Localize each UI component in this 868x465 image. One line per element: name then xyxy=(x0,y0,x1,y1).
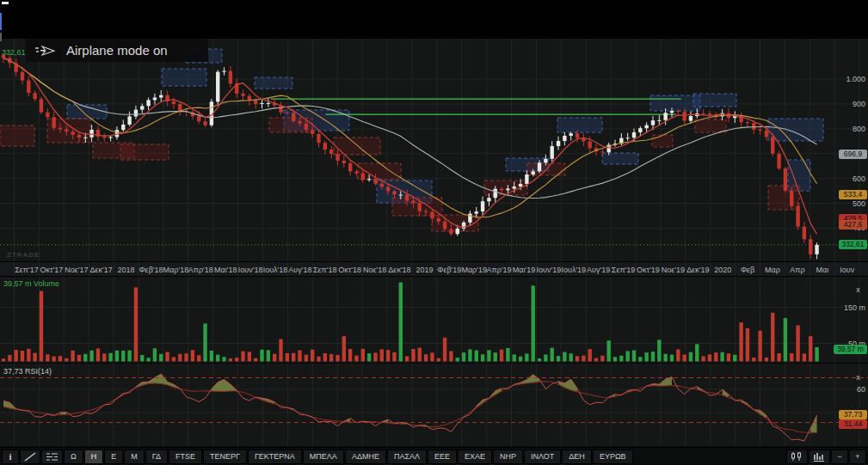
svg-text:Μαι: Μαι xyxy=(816,266,828,274)
svg-text:Νοε'18: Νοε'18 xyxy=(363,266,386,274)
svg-text:Δεκ'19: Δεκ'19 xyxy=(686,266,709,274)
zoom-in-button[interactable]: + xyxy=(849,450,866,464)
svg-text:2018: 2018 xyxy=(118,266,135,274)
zoom-out-button[interactable]: − xyxy=(831,450,848,464)
svg-text:2020: 2020 xyxy=(714,266,731,274)
svg-text:60: 60 xyxy=(857,385,865,394)
svg-text:Αυγ'18: Αυγ'18 xyxy=(288,266,311,274)
svg-text:Ιουν'18: Ιουν'18 xyxy=(238,266,263,274)
indicators-tool[interactable] xyxy=(41,450,63,464)
symbol-ΕΥΡΩΒ[interactable]: ΕΥΡΩΒ xyxy=(593,450,633,464)
symbol-ΕΧΑΕ[interactable]: ΕΧΑΕ xyxy=(458,450,492,464)
svg-text:150 m: 150 m xyxy=(844,303,865,312)
rsi-badge-band: 31,44 xyxy=(839,419,867,429)
price-badge-last: 332,61 xyxy=(839,240,867,249)
candlestick-chart-button[interactable] xyxy=(786,450,808,464)
symbol-ΕΕΕ[interactable]: ΕΕΕ xyxy=(428,450,457,464)
svg-text:1.000: 1.000 xyxy=(846,75,865,83)
timeframe-Ω[interactable]: Ω xyxy=(64,450,83,464)
svg-text:Μαρ'19: Μαρ'19 xyxy=(461,266,487,274)
symbol-ΓΕΚΤΕΡΝΑ[interactable]: ΓΕΚΤΕΡΝΑ xyxy=(248,450,302,464)
svg-text:Ιουλ'18: Ιουλ'18 xyxy=(263,266,288,274)
svg-text:Σεπ'19: Σεπ'19 xyxy=(612,266,636,274)
svg-text:Οκτ'17: Οκτ'17 xyxy=(40,266,64,274)
symbol-ΝΗΡ[interactable]: ΝΗΡ xyxy=(493,450,523,464)
svg-text:Απρ'19: Απρ'19 xyxy=(487,266,512,274)
svg-text:Φεβ: Φεβ xyxy=(741,266,754,274)
rsi-close-button[interactable]: x xyxy=(853,372,864,382)
notification-text: Airplane mode on xyxy=(66,43,168,58)
svg-text:900: 900 xyxy=(853,100,865,108)
svg-text:Δεκ'18: Δεκ'18 xyxy=(388,266,410,274)
timeframe-Η[interactable]: Η xyxy=(84,450,104,464)
symbol-FTSE[interactable]: FTSE xyxy=(169,450,202,464)
price-badge-slow-ma: 696,9 xyxy=(839,150,867,159)
volume-badge-current: 39,57 m xyxy=(834,345,867,354)
svg-text:800: 800 xyxy=(853,125,865,133)
left-edge-gray-sliver xyxy=(0,33,2,41)
airplane-icon xyxy=(34,44,57,58)
svg-text:Μαρ: Μαρ xyxy=(765,266,780,274)
svg-text:Ιουν: Ιουν xyxy=(840,266,854,274)
bottom-toolbar: i ΩΗΕΜΓΔFTSEΤΕΝΕΡΓΓΕΚΤΕΡΝΑΜΠΕΛΑΑΔΜΗΕΠΑΣΑ… xyxy=(0,447,868,465)
svg-text:Οκτ'18: Οκτ'18 xyxy=(338,266,361,274)
info-tool[interactable]: i xyxy=(2,450,19,464)
svg-text:Νοε'17: Νοε'17 xyxy=(65,266,88,274)
svg-text:Απρ: Απρ xyxy=(790,266,804,274)
bar-chart-button[interactable] xyxy=(809,450,830,464)
svg-text:500: 500 xyxy=(853,199,865,208)
svg-text:600: 600 xyxy=(853,174,865,183)
svg-text:Απρ'18: Απρ'18 xyxy=(188,266,213,274)
symbol-ΓΔ[interactable]: ΓΔ xyxy=(145,450,168,464)
candlestick-icon xyxy=(791,451,803,462)
price-badge-medium-ma: 533,4 xyxy=(839,190,867,199)
symbol-ΔΕΗ[interactable]: ΔΕΗ xyxy=(562,450,592,464)
timeframe-Μ[interactable]: Μ xyxy=(124,450,145,464)
svg-text:Ιουν'19: Ιουν'19 xyxy=(537,266,562,274)
ztrade-watermark: ZTRADE xyxy=(7,251,40,259)
trading-app-screen: 1.000900800700600500400150 m50 m6040Σεπ'… xyxy=(0,0,868,465)
rsi-title: 37,73 RSI(14) xyxy=(3,367,52,376)
svg-text:Οκτ'19: Οκτ'19 xyxy=(637,266,660,274)
svg-text:Φεβ'19: Φεβ'19 xyxy=(437,266,461,274)
rsi-badge-current: 37,73 xyxy=(839,410,867,419)
svg-text:Σεπ'18: Σεπ'18 xyxy=(313,266,337,274)
left-edge-blue-sliver xyxy=(0,13,2,30)
volume-close-button[interactable]: x xyxy=(853,285,864,295)
svg-text:Σεπ'17: Σεπ'17 xyxy=(15,266,39,274)
chart-canvas[interactable]: 1.000900800700600500400150 m50 m6040Σεπ'… xyxy=(0,0,868,465)
draw-line-tool[interactable] xyxy=(20,450,40,464)
svg-text:2019: 2019 xyxy=(416,266,433,274)
bar-chart-icon xyxy=(813,451,826,462)
airplane-mode-notification: Airplane mode on xyxy=(26,39,208,62)
svg-text:Αυγ'19: Αυγ'19 xyxy=(587,266,610,274)
symbol-ΠΑΣΑΛ[interactable]: ΠΑΣΑΛ xyxy=(387,450,427,464)
svg-text:Δεκ'17: Δεκ'17 xyxy=(90,266,113,274)
svg-text:Μαρ'18: Μαρ'18 xyxy=(163,266,189,274)
symbol-ΜΠΕΛΑ[interactable]: ΜΠΕΛΑ xyxy=(303,450,344,464)
panel-backgrounds xyxy=(0,0,868,465)
symbol-ΤΕΝΕΡΓ[interactable]: ΤΕΝΕΡΓ xyxy=(203,450,247,464)
svg-text:Ιουλ'19: Ιουλ'19 xyxy=(561,266,586,274)
status-dash xyxy=(2,2,9,4)
price-badge-lower-red: 427,6 xyxy=(839,220,867,229)
svg-text:Νοε'19: Νοε'19 xyxy=(662,266,685,274)
svg-text:Φεβ'18: Φεβ'18 xyxy=(139,266,163,274)
top-black-bar xyxy=(0,0,868,39)
symbol-ΙΝΛΟΤ[interactable]: ΙΝΛΟΤ xyxy=(524,450,561,464)
symbol-ΑΔΜΗΕ[interactable]: ΑΔΜΗΕ xyxy=(345,450,386,464)
svg-text:Μαι'19: Μαι'19 xyxy=(513,266,535,274)
volume-title: 39,57 m Volume xyxy=(3,279,59,288)
svg-text:Μαι'18: Μαι'18 xyxy=(214,266,237,274)
timeframe-Ε[interactable]: Ε xyxy=(104,450,123,464)
